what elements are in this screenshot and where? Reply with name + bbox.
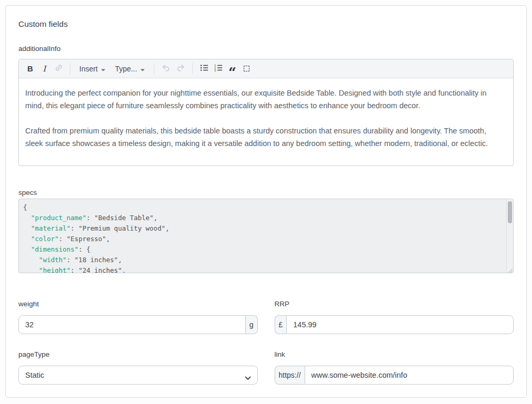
ordered-list-icon: 1 2 3 [214,63,223,74]
chevron-down-icon [140,65,145,73]
scrollbar-thumb[interactable] [508,201,512,223]
rrp-input[interactable] [286,315,514,334]
toolbar-divider [154,63,154,74]
page-type-label: pageType [18,350,258,359]
chevron-down-icon [101,65,106,73]
undo-button[interactable] [159,61,173,76]
page-type-select[interactable]: Static [18,366,258,385]
svg-text:3: 3 [214,69,216,72]
link-label: link [275,350,514,359]
type-dropdown[interactable]: Type... [110,61,150,76]
bullet-list-button[interactable] [197,61,211,76]
code-line: "material": "Premium quality wood", [23,223,503,234]
code-block-button[interactable] [239,61,254,76]
toolbar-divider [70,63,70,74]
blockquote-icon: “ [228,63,236,75]
specs-label: specs [18,188,514,198]
scrollbar-track[interactable] [506,199,513,273]
bullet-list-icon [200,63,209,74]
protocol-addon: https:// [275,366,305,385]
code-line: "height": "24 inches", [23,265,503,273]
resize-handle-icon[interactable] [507,266,513,273]
rrp-label: RRP [275,299,514,309]
undo-icon [161,63,171,75]
dashed-box-icon [244,66,249,71]
weight-field: weight g [18,299,258,334]
additional-info-label: additionalInfo [18,44,514,54]
specs-code: { "product_name": "Bedside Table", "mate… [23,202,503,273]
rte-toolbar: B I Insert Type... [19,59,513,78]
link-input[interactable] [305,366,514,385]
toolbar-divider [192,63,193,74]
blockquote-button[interactable]: “ [225,61,239,76]
insert-dropdown[interactable]: Insert [75,61,110,76]
redo-button[interactable] [173,61,188,76]
link-field: link https:// [275,350,514,385]
weight-input[interactable] [18,315,246,334]
panel-title: Custom fields [18,18,514,30]
code-line: "product_name": "Bedside Table", [23,213,503,223]
specs-code-editor[interactable]: { "product_name": "Bedside Table", "mate… [18,199,514,273]
code-line: "dimensions": { [23,244,503,255]
code-line: "color": "Espresso", [23,234,503,244]
rrp-field: RRP £ [275,299,514,334]
link-button[interactable] [51,61,66,76]
ordered-list-button[interactable]: 1 2 3 [211,61,225,76]
paragraph: Introducing the perfect companion for yo… [25,87,505,112]
weight-label: weight [18,299,258,309]
currency-addon: £ [275,315,287,334]
code-line: "width": "18 inches", [23,255,503,265]
bold-button[interactable]: B [23,61,37,76]
weight-unit-addon: g [246,315,258,334]
link-icon [54,63,64,74]
code-line: { [23,202,503,213]
custom-fields-panel: Custom fields additionalInfo B I Insert [5,5,527,398]
editor-content[interactable]: Introducing the perfect companion for yo… [19,78,513,166]
redo-icon [175,63,186,75]
type-dropdown-label: Type... [115,65,137,73]
italic-button[interactable]: I [37,61,51,76]
rich-text-editor: B I Insert Type... [18,59,514,166]
insert-dropdown-label: Insert [79,65,98,73]
page-type-field: pageType Static [18,350,258,385]
paragraph: Crafted from premium quality materials, … [25,125,505,150]
